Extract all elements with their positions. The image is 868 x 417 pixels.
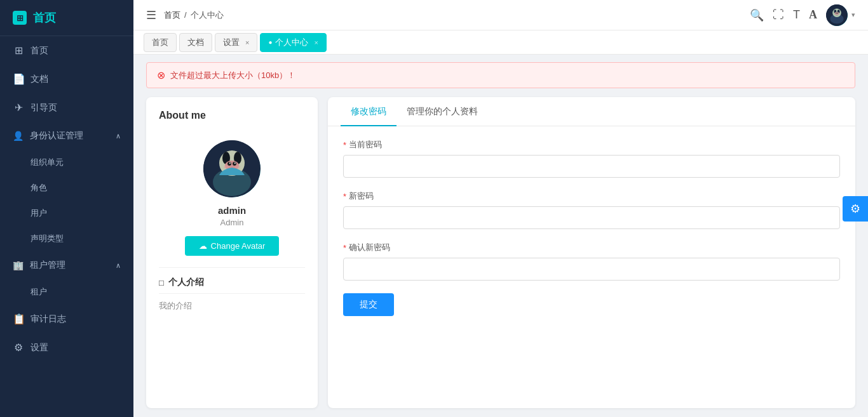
breadcrumb-current: 个人中心 xyxy=(191,10,224,21)
current-password-group: * 当前密码 xyxy=(343,139,840,178)
upload-cloud-icon: ☁ xyxy=(199,241,207,251)
submit-button[interactable]: 提交 xyxy=(343,293,394,316)
sidebar-item-label: 文档 xyxy=(31,74,48,85)
sidebar: ⊞ 首页 ⊞ 首页 📄 文档 ✈ 引导页 👤 身份认证管理 ∧ 组织单元 角色 … xyxy=(0,0,133,417)
new-password-group: * 新密码 xyxy=(343,190,840,229)
new-password-input[interactable] xyxy=(343,206,840,229)
guide-icon: ✈ xyxy=(13,102,24,114)
sidebar-item-settings[interactable]: ⚙ 设置 xyxy=(0,333,133,362)
sidebar-item-roles[interactable]: 角色 xyxy=(0,175,133,201)
sidebar-item-tenant[interactable]: 租户 xyxy=(0,279,133,305)
breadcrumb: 首页 / 个人中心 xyxy=(164,10,224,21)
tenant-icon: 🏢 xyxy=(13,260,24,270)
audit-label: 审计日志 xyxy=(31,314,66,325)
sidebar-item-users[interactable]: 用户 xyxy=(0,201,133,226)
sidebar-group-tenant[interactable]: 🏢 租户管理 ∧ xyxy=(0,251,133,279)
sidebar-item-docs[interactable]: 📄 文档 xyxy=(0,65,133,93)
change-avatar-button[interactable]: ☁ Change Avatar xyxy=(185,236,280,256)
svg-point-14 xyxy=(227,162,231,166)
submit-label: 提交 xyxy=(360,299,377,309)
header-right: 🔍 ⛶ T A ▾ xyxy=(750,4,855,26)
tab-personal-dot: ● xyxy=(268,39,272,46)
tab-docs[interactable]: 文档 xyxy=(179,33,212,52)
tab-manage-profile[interactable]: 管理你的个人资料 xyxy=(397,97,488,126)
tab-settings-close[interactable]: × xyxy=(245,39,249,46)
sidebar-group-identity[interactable]: 👤 身份认证管理 ∧ xyxy=(0,122,133,150)
tab-personal-label: 个人中心 xyxy=(275,37,308,48)
tab-personal-center[interactable]: ● 个人中心 × xyxy=(260,33,326,52)
current-password-input[interactable] xyxy=(343,155,840,178)
logo-icon: ⊞ xyxy=(13,11,27,25)
change-avatar-label: Change Avatar xyxy=(211,241,266,251)
tab-settings[interactable]: 设置 × xyxy=(215,33,257,52)
user-avatar xyxy=(203,140,261,197)
tab-home-label: 首页 xyxy=(152,37,168,48)
sidebar-item-home[interactable]: ⊞ 首页 xyxy=(0,36,133,65)
user-avatar-header[interactable]: ▾ xyxy=(826,4,855,26)
logo-label: 首页 xyxy=(33,10,56,25)
tenant-label: 租户管理 xyxy=(30,260,65,271)
identity-label: 身份认证管理 xyxy=(30,130,83,142)
right-tabs: 修改密码 管理你的个人资料 xyxy=(328,97,855,126)
confirm-password-group: * 确认新密码 xyxy=(343,242,840,281)
svg-point-5 xyxy=(834,11,839,15)
settings-icon: ⚙ xyxy=(13,341,24,354)
required-star-1: * xyxy=(343,140,346,150)
sidebar-item-label: 引导页 xyxy=(31,102,57,114)
tab-home[interactable]: 首页 xyxy=(144,33,177,52)
sidebar-item-guide[interactable]: ✈ 引导页 xyxy=(0,93,133,122)
settings-label: 设置 xyxy=(31,342,48,354)
main-area: ☰ 首页 / 个人中心 🔍 ⛶ T A xyxy=(133,0,868,417)
users-label: 用户 xyxy=(31,208,47,219)
svg-point-18 xyxy=(224,166,229,169)
intro-text: 我的介绍 xyxy=(159,300,305,312)
confirm-password-text: 确认新密码 xyxy=(349,242,390,253)
home-icon: ⊞ xyxy=(13,44,24,56)
tab-docs-label: 文档 xyxy=(187,37,204,48)
docs-icon: 📄 xyxy=(13,73,24,85)
tabs-bar: 首页 文档 设置 × ● 个人中心 × xyxy=(133,30,868,55)
svg-point-7 xyxy=(837,12,838,13)
floating-gear-icon: ⚙ xyxy=(850,202,860,216)
current-password-text: 当前密码 xyxy=(349,139,382,150)
tab-manage-profile-label: 管理你的个人资料 xyxy=(407,106,478,116)
fullscreen-icon[interactable]: ⛶ xyxy=(773,8,784,22)
breadcrumb-separator: / xyxy=(184,10,187,20)
identity-group-left: 👤 身份认证管理 xyxy=(13,130,83,142)
avatar-dropdown-arrow: ▾ xyxy=(851,11,855,19)
confirm-password-input[interactable] xyxy=(343,258,840,281)
sidebar-item-org[interactable]: 组织单元 xyxy=(0,150,133,175)
floating-gear-button[interactable]: ⚙ xyxy=(843,196,868,222)
right-content: * 当前密码 * 新密码 * 确认新密码 xyxy=(328,126,855,329)
svg-point-19 xyxy=(235,166,240,169)
sidebar-item-audit[interactable]: 📋 审计日志 xyxy=(0,305,133,333)
username: admin xyxy=(218,205,246,216)
avatar-section: admin Admin ☁ Change Avatar xyxy=(159,130,305,268)
header-left: ☰ 首页 / 个人中心 xyxy=(146,8,224,22)
sidebar-item-claim-types[interactable]: 声明类型 xyxy=(0,226,133,251)
org-label: 组织单元 xyxy=(31,157,64,168)
tab-change-password[interactable]: 修改密码 xyxy=(341,97,397,126)
header-bar: ☰ 首页 / 个人中心 🔍 ⛶ T A xyxy=(133,0,868,30)
tenant-sub-label: 租户 xyxy=(31,286,47,298)
accessibility-icon[interactable]: A xyxy=(809,8,817,22)
alert-message: 文件超过最大上传大小（10kb）！ xyxy=(170,70,295,81)
tab-personal-close[interactable]: × xyxy=(314,39,318,46)
breadcrumb-home[interactable]: 首页 xyxy=(164,10,180,21)
required-star-3: * xyxy=(343,243,346,253)
intro-header: □ 个人介绍 xyxy=(159,277,305,294)
sidebar-item-label: 首页 xyxy=(31,45,48,56)
alert-bar: ⊗ 文件超过最大上传大小（10kb）！ xyxy=(146,62,855,88)
header-avatar-img xyxy=(826,4,848,26)
right-card: 修改密码 管理你的个人资料 * 当前密码 * 新密码 xyxy=(328,97,855,408)
font-icon[interactable]: T xyxy=(793,8,800,22)
tenant-group-left: 🏢 租户管理 xyxy=(13,260,65,271)
intro-title: 个人介绍 xyxy=(168,277,204,288)
hamburger-button[interactable]: ☰ xyxy=(146,8,156,22)
alert-icon: ⊗ xyxy=(157,69,165,81)
intro-section: □ 个人介绍 我的介绍 xyxy=(159,268,305,314)
sidebar-logo[interactable]: ⊞ 首页 xyxy=(0,0,133,36)
identity-icon: 👤 xyxy=(13,131,24,141)
search-icon[interactable]: 🔍 xyxy=(750,8,764,22)
svg-point-17 xyxy=(234,162,236,164)
